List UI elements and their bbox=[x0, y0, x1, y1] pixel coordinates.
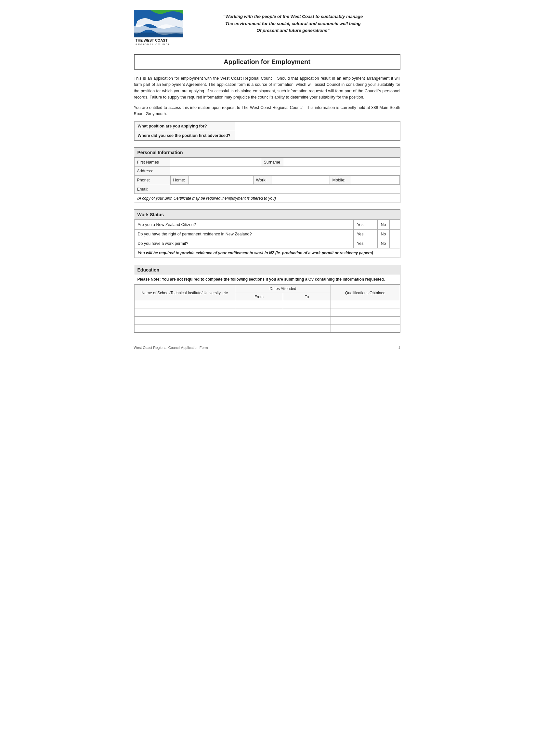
permit-no-checkbox[interactable] bbox=[389, 239, 400, 248]
citizen-no-checkbox[interactable] bbox=[389, 220, 400, 230]
edu-data-row-4 bbox=[134, 325, 400, 332]
edu-quals-1[interactable] bbox=[331, 301, 400, 309]
email-row: Email: bbox=[134, 185, 400, 194]
work-status-header: Work Status bbox=[134, 210, 400, 220]
citizen-yes-label: Yes bbox=[354, 220, 367, 230]
address-row: Address: bbox=[134, 167, 400, 176]
first-names-value[interactable] bbox=[170, 158, 261, 167]
phone-label: Phone: bbox=[134, 176, 170, 185]
logo-container: THE WEST COAST REGIONAL COUNCIL bbox=[134, 10, 186, 46]
first-names-label: First Names bbox=[134, 158, 170, 167]
edu-to-1[interactable] bbox=[283, 301, 331, 309]
personal-info-header: Personal Information bbox=[134, 148, 400, 158]
address-value[interactable] bbox=[170, 167, 400, 176]
position-label: What position are you applying for? bbox=[134, 122, 235, 131]
advertised-value[interactable] bbox=[235, 131, 400, 141]
email-value[interactable] bbox=[170, 185, 400, 194]
edu-to-3[interactable] bbox=[283, 317, 331, 325]
intro-paragraph-1: This is an application for employment wi… bbox=[134, 75, 400, 101]
permit-yes-checkbox[interactable] bbox=[367, 239, 377, 248]
work-status-row-2: Do you have the right of permanent resid… bbox=[134, 230, 400, 239]
org-logo: THE WEST COAST REGIONAL COUNCIL bbox=[134, 10, 183, 45]
work-status-row-3: Do you have a work permit? Yes No bbox=[134, 239, 400, 248]
personal-info-section: Personal Information First Names Surname… bbox=[134, 147, 400, 203]
edu-school-2[interactable] bbox=[134, 309, 235, 317]
residence-yes-checkbox[interactable] bbox=[367, 230, 377, 239]
residence-no-label: No bbox=[377, 230, 389, 239]
edu-col-dates: Dates Attended bbox=[235, 285, 331, 293]
edu-col-from: From bbox=[235, 293, 283, 301]
edu-quals-4[interactable] bbox=[331, 325, 400, 332]
education-section: Education Please Note: You are not requi… bbox=[134, 265, 400, 333]
edu-to-2[interactable] bbox=[283, 309, 331, 317]
work-status-row-1: Are you a New Zealand Citizen? Yes No bbox=[134, 220, 400, 230]
edu-col-quals: Qualifications Obtained bbox=[331, 285, 400, 301]
name-row: First Names Surname bbox=[134, 158, 400, 167]
intro-paragraph-2: You are entitled to access this informat… bbox=[134, 105, 400, 117]
email-label: Email: bbox=[134, 185, 170, 194]
permit-yes-label: Yes bbox=[354, 239, 367, 248]
page-title-box: Application for Employment bbox=[134, 54, 400, 69]
phone-row: Phone: Home: Work: Mobile: bbox=[134, 176, 400, 185]
mobile-label: Mobile: bbox=[330, 176, 351, 185]
home-label: Home: bbox=[170, 176, 188, 185]
work-label: Work: bbox=[253, 176, 271, 185]
edu-col-school: Name of School/Technical Institute/ Univ… bbox=[134, 285, 235, 301]
edu-school-3[interactable] bbox=[134, 317, 235, 325]
edu-from-3[interactable] bbox=[235, 317, 283, 325]
svg-text:THE WEST COAST: THE WEST COAST bbox=[136, 39, 168, 42]
svg-rect-1 bbox=[134, 33, 183, 38]
education-table: Name of School/Technical Institute/ Univ… bbox=[134, 284, 400, 332]
work-value[interactable] bbox=[271, 176, 330, 185]
mobile-value[interactable] bbox=[351, 176, 399, 185]
footer-left: West Coast Regional Council Application … bbox=[134, 346, 208, 350]
edu-to-4[interactable] bbox=[283, 325, 331, 332]
work-status-section: Work Status Are you a New Zealand Citize… bbox=[134, 209, 400, 258]
surname-label: Surname bbox=[261, 158, 284, 167]
footer-right: 1 bbox=[398, 346, 400, 350]
edu-data-row-2 bbox=[134, 309, 400, 317]
home-value[interactable] bbox=[188, 176, 253, 185]
edu-quals-2[interactable] bbox=[331, 309, 400, 317]
residence-no-checkbox[interactable] bbox=[389, 230, 400, 239]
tagline: “Working with the people of the West Coa… bbox=[186, 10, 400, 34]
citizen-no-label: No bbox=[377, 220, 389, 230]
work-note-row: You will be required to provide evidence… bbox=[134, 248, 400, 258]
edu-table-body bbox=[134, 301, 400, 332]
edu-data-row-3 bbox=[134, 317, 400, 325]
edu-from-1[interactable] bbox=[235, 301, 283, 309]
residence-question: Do you have the right of permanent resid… bbox=[134, 230, 354, 239]
phone-subtable: Home: Work: Mobile: bbox=[170, 176, 400, 185]
edu-quals-3[interactable] bbox=[331, 317, 400, 325]
svg-text:REGIONAL COUNCIL: REGIONAL COUNCIL bbox=[136, 43, 172, 45]
advertised-label: Where did you see the position first adv… bbox=[134, 131, 235, 141]
address-label: Address: bbox=[134, 167, 170, 176]
edu-school-4[interactable] bbox=[134, 325, 235, 332]
edu-from-2[interactable] bbox=[235, 309, 283, 317]
position-value[interactable] bbox=[235, 122, 400, 131]
edu-from-4[interactable] bbox=[235, 325, 283, 332]
birth-certificate-note: (A copy of your Birth Certificate may be… bbox=[134, 194, 400, 202]
residence-yes-label: Yes bbox=[354, 230, 367, 239]
position-section: What position are you applying for? Wher… bbox=[134, 121, 400, 141]
edu-col-to: To bbox=[283, 293, 331, 301]
permit-no-label: No bbox=[377, 239, 389, 248]
permit-question: Do you have a work permit? bbox=[134, 239, 354, 248]
work-note: You will be required to provide evidence… bbox=[134, 248, 400, 258]
edu-table-head: Name of School/Technical Institute/ Univ… bbox=[134, 285, 400, 301]
page-footer: West Coast Regional Council Application … bbox=[134, 346, 400, 350]
work-status-table: Are you a New Zealand Citizen? Yes No Do… bbox=[134, 220, 400, 258]
surname-value[interactable] bbox=[284, 158, 400, 167]
citizen-question: Are you a New Zealand Citizen? bbox=[134, 220, 354, 230]
position-row-2: Where did you see the position first adv… bbox=[134, 131, 400, 141]
edu-school-1[interactable] bbox=[134, 301, 235, 309]
edu-data-row-1 bbox=[134, 301, 400, 309]
personal-info-table: First Names Surname Address: Phone: Home… bbox=[134, 158, 400, 194]
citizen-yes-checkbox[interactable] bbox=[367, 220, 377, 230]
position-table: What position are you applying for? Wher… bbox=[134, 121, 400, 141]
page-title: Application for Employment bbox=[138, 58, 396, 66]
edu-header-row-1: Name of School/Technical Institute/ Univ… bbox=[134, 285, 400, 293]
page-header: THE WEST COAST REGIONAL COUNCIL “Working… bbox=[134, 10, 400, 46]
education-note: Please Note: You are not required to com… bbox=[134, 275, 400, 284]
position-row-1: What position are you applying for? bbox=[134, 122, 400, 131]
